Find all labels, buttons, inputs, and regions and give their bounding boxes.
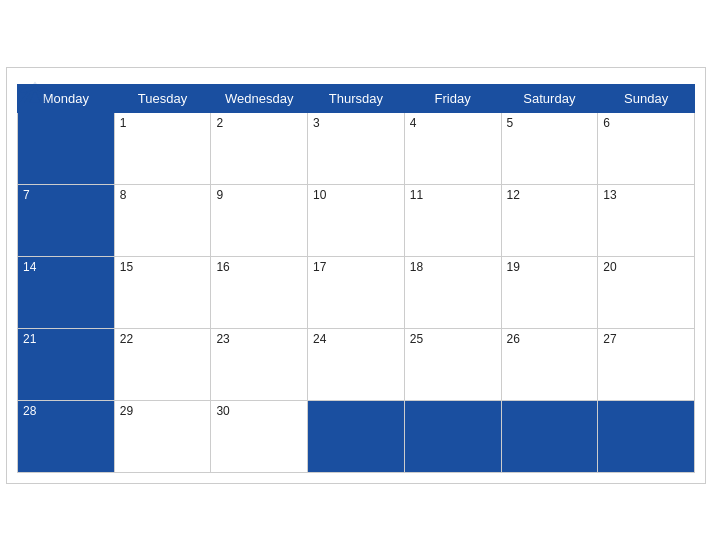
weekday-header-saturday: Saturday [501, 84, 598, 112]
date-number: 23 [216, 332, 229, 346]
calendar-cell: 27 [598, 328, 695, 400]
weekday-header-wednesday: Wednesday [211, 84, 308, 112]
date-number: 18 [410, 260, 423, 274]
calendar-cell: 9 [211, 184, 308, 256]
date-number: 27 [603, 332, 616, 346]
calendar-cell: 5 [501, 112, 598, 184]
calendar-cell: 4 [404, 112, 501, 184]
logo-area [17, 78, 53, 106]
calendar-cell: 1 [114, 112, 211, 184]
calendar-cell: 11 [404, 184, 501, 256]
date-number: 12 [507, 188, 520, 202]
calendar-cell: 20 [598, 256, 695, 328]
calendar-week-row-5: 282930 [18, 400, 695, 472]
weekday-header-thursday: Thursday [308, 84, 405, 112]
weekday-header-tuesday: Tuesday [114, 84, 211, 112]
calendar-cell: 8 [114, 184, 211, 256]
calendar-cell: 2 [211, 112, 308, 184]
calendar-cell: 22 [114, 328, 211, 400]
calendar-cell: 13 [598, 184, 695, 256]
date-number: 4 [410, 116, 417, 130]
calendar-cell: 28 [18, 400, 115, 472]
date-number: 9 [216, 188, 223, 202]
date-number: 20 [603, 260, 616, 274]
calendar-container: MondayTuesdayWednesdayThursdayFridaySatu… [6, 67, 706, 484]
date-number: 8 [120, 188, 127, 202]
date-number: 1 [120, 116, 127, 130]
calendar-week-row-4: 21222324252627 [18, 328, 695, 400]
date-number: 30 [216, 404, 229, 418]
calendar-cell: 17 [308, 256, 405, 328]
calendar-cell: 10 [308, 184, 405, 256]
date-number: 29 [120, 404, 133, 418]
calendar-cell: 6 [598, 112, 695, 184]
date-number: 13 [603, 188, 616, 202]
calendar-cell: 15 [114, 256, 211, 328]
calendar-cell [308, 400, 405, 472]
calendar-cell: 25 [404, 328, 501, 400]
weekday-header-row: MondayTuesdayWednesdayThursdayFridaySatu… [18, 84, 695, 112]
date-number: 7 [23, 188, 30, 202]
calendar-week-row-3: 14151617181920 [18, 256, 695, 328]
calendar-cell: 26 [501, 328, 598, 400]
generalblue-logo-icon [17, 78, 53, 106]
date-number: 5 [507, 116, 514, 130]
calendar-week-row-1: 123456 [18, 112, 695, 184]
calendar-cell: 12 [501, 184, 598, 256]
date-number: 19 [507, 260, 520, 274]
date-number: 14 [23, 260, 36, 274]
calendar-cell [404, 400, 501, 472]
date-number: 26 [507, 332, 520, 346]
date-number: 28 [23, 404, 36, 418]
calendar-cell: 23 [211, 328, 308, 400]
calendar-cell: 19 [501, 256, 598, 328]
date-number: 2 [216, 116, 223, 130]
calendar-week-row-2: 78910111213 [18, 184, 695, 256]
calendar-cell: 18 [404, 256, 501, 328]
calendar-cell [501, 400, 598, 472]
date-number: 11 [410, 188, 423, 202]
calendar-cell: 3 [308, 112, 405, 184]
weekday-header-sunday: Sunday [598, 84, 695, 112]
calendar-cell: 14 [18, 256, 115, 328]
calendar-cell: 29 [114, 400, 211, 472]
calendar-cell: 16 [211, 256, 308, 328]
calendar-cell: 7 [18, 184, 115, 256]
calendar-cell: 30 [211, 400, 308, 472]
date-number: 24 [313, 332, 326, 346]
date-number: 15 [120, 260, 133, 274]
calendar-table: MondayTuesdayWednesdayThursdayFridaySatu… [17, 84, 695, 473]
date-number: 3 [313, 116, 320, 130]
calendar-cell [18, 112, 115, 184]
date-number: 17 [313, 260, 326, 274]
calendar-cell [598, 400, 695, 472]
date-number: 16 [216, 260, 229, 274]
date-number: 6 [603, 116, 610, 130]
weekday-header-friday: Friday [404, 84, 501, 112]
date-number: 22 [120, 332, 133, 346]
calendar-cell: 21 [18, 328, 115, 400]
date-number: 25 [410, 332, 423, 346]
date-number: 21 [23, 332, 36, 346]
date-number: 10 [313, 188, 326, 202]
calendar-cell: 24 [308, 328, 405, 400]
